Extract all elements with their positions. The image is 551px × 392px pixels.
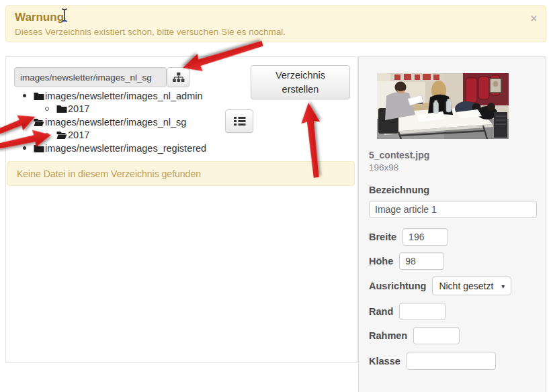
bullet-icon <box>45 133 49 137</box>
bullet-icon <box>23 146 26 150</box>
tree-item-images-nl-admin[interactable]: images/newsletter/images_nl_admin <box>6 89 248 103</box>
folder-closed-icon <box>56 104 67 113</box>
rand-input[interactable] <box>399 303 446 320</box>
bullet-icon <box>45 107 49 111</box>
bezeichnung-row: Bezeichnung <box>369 185 435 195</box>
ausrichtung-row: Ausrichtung Nicht gesetzt ▾ <box>369 277 511 295</box>
tree-item-label: 2017 <box>68 130 89 140</box>
file-details-panel: 5_contest.jpg 196x98 Bezeichnung Breite … <box>358 56 546 392</box>
empty-directory-alert: Keine Datei in diesem Verzeichnis gefund… <box>7 161 355 186</box>
ausrichtung-label: Ausrichtung <box>369 281 426 291</box>
file-dimensions: 196x98 <box>369 162 398 173</box>
close-icon[interactable]: × <box>531 14 537 23</box>
hoehe-row: Höhe <box>369 252 444 270</box>
rahmen-label: Rahmen <box>369 330 407 341</box>
create-directory-button[interactable]: Verzeichnis erstellen <box>251 65 350 99</box>
file-browser-panel: Verzeichnis erstellen images/newsletter/… <box>5 56 357 363</box>
folder-closed-icon <box>34 144 44 153</box>
rand-label: Rand <box>369 306 393 317</box>
caret-down-icon: ▾ <box>501 283 505 290</box>
toggle-tree-button[interactable] <box>167 67 189 87</box>
sitemap-icon <box>172 72 185 83</box>
warning-message: Dieses Verzeichnis existiert schon, bitt… <box>15 26 537 38</box>
preview-image <box>377 73 509 139</box>
empty-directory-message: Keine Datei in diesem Verzeichnis gefund… <box>17 168 201 179</box>
breite-row: Breite <box>369 228 448 246</box>
rahmen-row: Rahmen <box>369 327 460 344</box>
rahmen-input[interactable] <box>413 327 460 344</box>
bezeichnung-label: Bezeichnung <box>369 185 429 195</box>
klasse-row: Klasse <box>369 352 496 370</box>
warning-title: Warnung <box>15 11 537 24</box>
breite-input[interactable] <box>402 228 448 246</box>
directory-path-input[interactable] <box>14 67 167 87</box>
hoehe-label: Höhe <box>369 256 393 266</box>
tree-item-images-nl-sg[interactable]: images/newsletter/images_nl_sg <box>6 115 248 129</box>
folder-open-icon <box>34 117 44 127</box>
tree-item-label: images/newsletter/images_nl_sg <box>45 117 186 128</box>
breite-label: Breite <box>369 232 396 242</box>
rand-row: Rand <box>369 303 446 320</box>
ausrichtung-select[interactable]: Nicht gesetzt ▾ <box>432 277 511 295</box>
bullet-icon <box>23 94 26 97</box>
tree-item-label: 2017 <box>68 103 89 114</box>
bezeichnung-input[interactable] <box>369 201 537 218</box>
warning-banner: Warnung Dieses Verzeichnis existiert sch… <box>5 5 546 42</box>
file-name: 5_contest.jpg <box>369 150 429 160</box>
tree-item-label: images/newsletter/images_registered <box>45 143 206 154</box>
folder-open-icon <box>56 130 67 140</box>
bullet-icon <box>23 120 26 124</box>
klasse-label: Klasse <box>369 356 400 366</box>
tree-item-label: images/newsletter/images_nl_admin <box>45 91 203 101</box>
directory-tree: images/newsletter/images_nl_admin 2017 i… <box>6 89 248 155</box>
tree-item-2017-admin[interactable]: 2017 <box>6 103 248 116</box>
folder-closed-icon <box>34 91 44 101</box>
tree-item-2017-sg[interactable]: 2017 <box>6 129 248 142</box>
tree-item-images-registered[interactable]: images/newsletter/images_registered <box>6 142 248 155</box>
hoehe-input[interactable] <box>399 252 444 270</box>
ausrichtung-selected-value: Nicht gesetzt <box>439 281 493 291</box>
klasse-input[interactable] <box>407 352 496 370</box>
text-cursor-icon <box>60 7 69 23</box>
